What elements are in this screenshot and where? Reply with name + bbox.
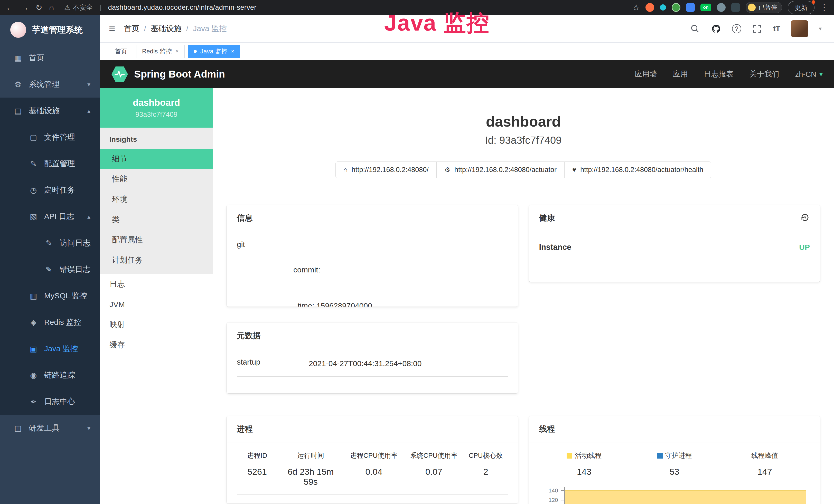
update-button[interactable]: 更新 (788, 1, 814, 14)
app-logo[interactable]: 芋道管理系统 (0, 15, 100, 45)
locale-selector[interactable]: zh-CN ▾ (795, 70, 823, 78)
sidebar-item-access-logs[interactable]: ✎ 访问日志 (0, 230, 100, 256)
sba-brand-title[interactable]: Spring Boot Admin (134, 69, 225, 80)
sba-nav-wallboard[interactable]: 应用墙 (635, 69, 657, 79)
health-url-link[interactable]: ♥ http://192.168.0.2:48080/actuator/heal… (564, 161, 711, 178)
service-url-link[interactable]: ⌂ http://192.168.0.2:48080/ (335, 161, 437, 178)
sba-logo-icon[interactable] (111, 66, 128, 83)
address-bar[interactable]: dashboard.yudao.iocoder.cn/infra/admin-s… (108, 4, 257, 12)
instance-menu-config-props[interactable]: 配置属性 (100, 230, 213, 250)
history-icon[interactable] (800, 212, 810, 223)
main-content: dashboard Id: 93a3fc7f7409 ⌂ http://192.… (213, 88, 834, 504)
threads-card: 线程 活动线程 143 (529, 416, 820, 504)
close-icon[interactable]: × (231, 48, 234, 55)
instance-menu-scheduled-tasks[interactable]: 计划任务 (100, 250, 213, 270)
daemon-threads-swatch-icon (657, 453, 663, 459)
sidebar-item-mysql-monitor[interactable]: ▥ MySQL 监控 (0, 283, 100, 309)
sidebar-item-label: API 日志 (44, 211, 74, 222)
extension-leaf-icon[interactable] (717, 3, 726, 12)
security-warning[interactable]: ⚠ 不安全 (64, 3, 93, 12)
info-value: commit: time: 1596289704000 id: 27aa832 … (293, 240, 508, 306)
sidebar-item-api-logs[interactable]: ▧ API 日志 ▴ (0, 203, 100, 230)
user-avatar[interactable] (791, 20, 808, 37)
warning-icon: ⚠ (64, 4, 70, 12)
tag-redis-monitor[interactable]: Redis 监控 × (136, 45, 185, 58)
extension-grid-icon[interactable] (686, 3, 695, 12)
access-log-icon: ✎ (44, 238, 53, 248)
forward-icon[interactable]: → (21, 3, 29, 12)
close-icon[interactable]: × (175, 48, 179, 55)
trace-icon: ◉ (29, 371, 38, 380)
breadcrumb-infrastructure[interactable]: 基础设施 (151, 23, 182, 34)
tag-home[interactable]: 首页 (109, 45, 133, 58)
help-icon[interactable]: ? (732, 24, 741, 33)
threads-card-body: 活动线程 143 守护进程 53 (529, 442, 820, 504)
sidebar-item-label: 系统管理 (29, 79, 60, 90)
sidebar-item-config-management[interactable]: ✎ 配置管理 (0, 151, 100, 177)
wrench-icon: ⚙ (444, 166, 450, 174)
process-value: 5261 (239, 467, 275, 477)
cards-grid: 信息 git commit: time: 1596289704000 id: 2… (213, 205, 834, 504)
sidebar-item-infrastructure[interactable]: ▤ 基础设施 ▴ (0, 97, 100, 124)
sba-nav-journal[interactable]: 日志报表 (704, 69, 733, 79)
process-value: 2 (466, 467, 505, 477)
extension-drop-icon[interactable] (660, 4, 666, 10)
git-commit-line: commit: (293, 264, 508, 276)
emoji-face-icon (748, 4, 756, 11)
tag-java-monitor[interactable]: Java 监控 × (188, 45, 240, 58)
reload-icon[interactable]: ↻ (36, 3, 42, 12)
sidebar-item-system-management[interactable]: ⚙ 系统管理 ▾ (0, 71, 100, 97)
instance-menu-logs[interactable]: 日志 (100, 274, 213, 294)
instance-menu-mappings[interactable]: 映射 (100, 315, 213, 335)
process-card-header: 进程 (226, 416, 518, 442)
extension-fox-icon[interactable] (645, 3, 654, 12)
live-threads-swatch-icon (567, 453, 572, 459)
tag-label: Redis 监控 (142, 47, 172, 55)
instance-header[interactable]: dashboard 93a3fc7f7409 (100, 88, 213, 128)
update-label: 更新 (795, 4, 808, 11)
gear-icon: ⚙ (13, 80, 23, 89)
paused-badge[interactable]: 已暂停 (746, 2, 782, 13)
breadcrumb-home[interactable]: 首页 (124, 23, 139, 34)
ytick-mark (561, 500, 564, 500)
instance-menu-performance[interactable]: 性能 (100, 169, 213, 189)
metadata-row-startup: startup 2021-04-27T00:44:31.254+08:00 (237, 358, 508, 377)
extension-green-icon[interactable] (672, 3, 680, 12)
sidebar-fold-icon[interactable]: ≡ (109, 23, 115, 35)
instance-menu-classes[interactable]: 类 (100, 209, 213, 230)
sidebar-item-trace[interactable]: ◉ 链路追踪 (0, 362, 100, 388)
active-dot-icon (194, 50, 197, 53)
sidebar-item-dev-tools[interactable]: ◫ 研发工具 ▾ (0, 415, 100, 441)
avatar-caret-icon[interactable]: ▾ (819, 25, 822, 32)
home-icon[interactable]: ⌂ (49, 3, 54, 12)
legend-label: 线程峰值 (751, 451, 778, 460)
sidebar-item-log-center[interactable]: ✒ 日志中心 (0, 388, 100, 415)
sidebar-item-java-monitor[interactable]: ▣ Java 监控 (0, 336, 100, 362)
metadata-key: startup (237, 358, 309, 370)
actuator-url-link[interactable]: ⚙ http://192.168.0.2:48080/actuator (436, 161, 565, 178)
extension-on-badge[interactable]: on (700, 4, 711, 11)
browser-menu-icon[interactable]: ⋮ (820, 3, 828, 12)
font-size-icon[interactable]: tT (773, 24, 780, 33)
sidebar-item-redis-monitor[interactable]: ◈ Redis 监控 (0, 309, 100, 336)
sidebar-item-error-logs[interactable]: ✎ 错误日志 (0, 256, 100, 283)
sidebar-item-file-management[interactable]: ▢ 文件管理 (0, 124, 100, 151)
back-icon[interactable]: ← (6, 3, 14, 12)
search-icon[interactable] (690, 24, 700, 34)
actuator-url: http://192.168.0.2:48080/actuator (454, 166, 556, 174)
sba-nav-applications[interactable]: 应用 (673, 69, 688, 79)
bookmark-star-icon[interactable]: ☆ (632, 3, 640, 12)
breadcrumb: 首页 / 基础设施 / Java 监控 (124, 23, 227, 34)
sidebar-item-home[interactable]: ▦ 首页 (0, 45, 100, 71)
health-card-title: 健康 (539, 212, 555, 223)
fullscreen-icon[interactable] (752, 24, 762, 34)
sidebar-item-scheduled-tasks[interactable]: ◷ 定时任务 (0, 177, 100, 203)
instance-menu-details[interactable]: 细节 (100, 148, 213, 169)
instance-menu-caches[interactable]: 缓存 (100, 335, 213, 355)
instance-menu-environment[interactable]: 环境 (100, 189, 213, 209)
extension-puzzle-icon[interactable] (731, 3, 740, 12)
github-icon[interactable] (711, 24, 721, 34)
sidebar-item-label: 定时任务 (44, 185, 75, 196)
sba-nav-about[interactable]: 关于我们 (749, 69, 779, 79)
instance-menu-jvm[interactable]: JVM (100, 294, 213, 315)
